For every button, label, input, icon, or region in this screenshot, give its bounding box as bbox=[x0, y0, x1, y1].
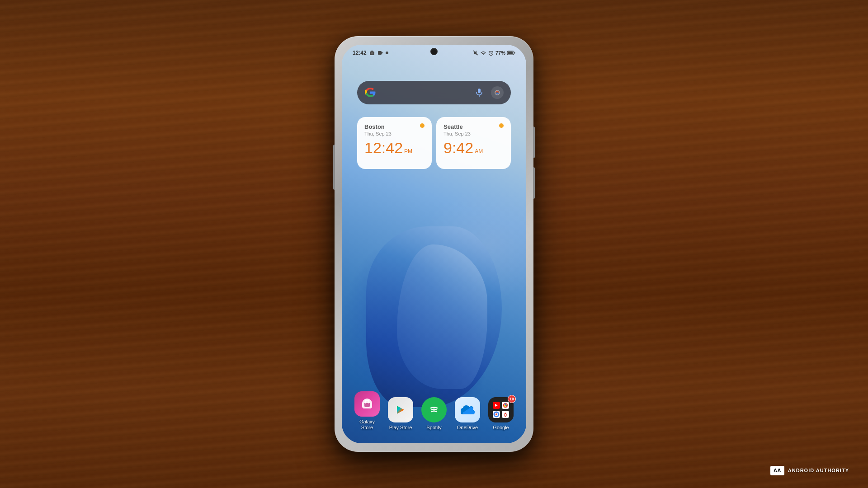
svg-marker-4 bbox=[382, 52, 383, 54]
battery-percent: 77% bbox=[495, 50, 505, 56]
svg-rect-3 bbox=[378, 51, 382, 55]
lens-svg bbox=[494, 89, 501, 96]
google-search-bar[interactable] bbox=[357, 81, 511, 104]
phone-screen: 12:42 bbox=[342, 45, 526, 443]
spotify-svg bbox=[427, 403, 441, 417]
google-folder-badge: 10 bbox=[508, 395, 516, 403]
galaxy-store-label: Galaxy Store bbox=[359, 419, 375, 431]
dot-icon bbox=[385, 51, 389, 55]
google-folder-svg bbox=[491, 400, 511, 420]
svg-point-5 bbox=[386, 52, 388, 54]
google-folder-app[interactable]: 10 bbox=[486, 397, 515, 431]
mic-icon[interactable] bbox=[475, 88, 484, 97]
svg-rect-13 bbox=[478, 89, 481, 93]
onedrive-app[interactable]: OneDrive bbox=[453, 397, 482, 431]
play-store-label: Play Store bbox=[389, 425, 412, 431]
front-camera bbox=[431, 48, 437, 55]
seattle-time-value: 9:42 bbox=[443, 139, 473, 157]
wifi-icon bbox=[480, 51, 486, 56]
seattle-clock-widget[interactable]: Seattle Thu, Sep 23 9:42 AM bbox=[436, 117, 511, 169]
svg-point-17 bbox=[428, 404, 440, 416]
app-dock: Galaxy Store bbox=[350, 391, 518, 431]
boston-date: Thu, Sep 23 bbox=[364, 131, 425, 136]
svg-rect-2 bbox=[371, 51, 373, 52]
boston-time: 12:42 PM bbox=[364, 139, 425, 157]
bixby-button bbox=[533, 167, 535, 199]
spotify-app[interactable]: Spotify bbox=[420, 397, 448, 431]
spotify-label: Spotify bbox=[426, 425, 442, 431]
lens-icon[interactable] bbox=[491, 86, 504, 99]
aa-brand-text: ANDROID AUTHORITY bbox=[788, 468, 849, 473]
search-action-icons bbox=[475, 86, 504, 99]
boston-ampm: PM bbox=[404, 148, 412, 155]
seattle-weather-dot bbox=[499, 123, 504, 128]
alarm-icon bbox=[488, 50, 494, 56]
galaxy-store-svg bbox=[360, 397, 374, 411]
onedrive-svg bbox=[458, 403, 476, 417]
onedrive-label: OneDrive bbox=[457, 425, 478, 431]
seattle-ampm: AM bbox=[475, 148, 483, 155]
boston-clock-widget[interactable]: Boston Thu, Sep 23 12:42 PM bbox=[357, 117, 432, 169]
status-icons: 77% bbox=[473, 50, 515, 56]
seattle-city: Seattle bbox=[443, 123, 504, 130]
clock-widgets-row: Boston Thu, Sep 23 12:42 PM Seattle Thu,… bbox=[357, 117, 511, 169]
play-store-app[interactable]: Play Store bbox=[386, 397, 415, 431]
video-icon bbox=[378, 51, 383, 55]
phone-body: 12:42 bbox=[335, 36, 533, 452]
volume-button bbox=[333, 145, 335, 190]
aa-logo-box: AA bbox=[770, 466, 784, 475]
status-time: 12:42 bbox=[353, 50, 389, 56]
boston-city: Boston bbox=[364, 123, 425, 130]
galaxy-store-app[interactable]: Galaxy Store bbox=[353, 391, 382, 431]
svg-point-1 bbox=[371, 52, 373, 55]
svg-rect-11 bbox=[508, 52, 513, 54]
boston-weather-dot bbox=[420, 123, 425, 128]
play-store-svg bbox=[393, 403, 408, 417]
power-button bbox=[533, 127, 535, 158]
google-folder-label: Google bbox=[493, 425, 509, 431]
screen-content: 12:42 bbox=[342, 45, 526, 443]
google-folder-icon[interactable]: 10 bbox=[488, 397, 514, 422]
play-store-icon[interactable] bbox=[388, 397, 413, 422]
google-g-icon bbox=[364, 87, 376, 99]
svg-rect-12 bbox=[514, 52, 515, 54]
seattle-time: 9:42 AM bbox=[443, 139, 504, 157]
mute-icon bbox=[473, 50, 478, 56]
android-authority-watermark: AA ANDROID AUTHORITY bbox=[770, 466, 849, 475]
aa-logo-text: AA bbox=[774, 468, 781, 473]
seattle-date: Thu, Sep 23 bbox=[443, 131, 504, 136]
spotify-icon[interactable] bbox=[421, 397, 447, 422]
svg-point-29 bbox=[505, 414, 506, 416]
boston-time-value: 12:42 bbox=[364, 139, 403, 157]
photo-icon bbox=[370, 51, 376, 55]
clock-display: 12:42 bbox=[353, 50, 367, 56]
svg-point-27 bbox=[495, 413, 497, 415]
battery-icon bbox=[507, 51, 515, 55]
onedrive-icon[interactable] bbox=[455, 397, 480, 422]
phone-container: 12:42 bbox=[335, 36, 533, 452]
galaxy-store-icon[interactable] bbox=[354, 391, 380, 417]
